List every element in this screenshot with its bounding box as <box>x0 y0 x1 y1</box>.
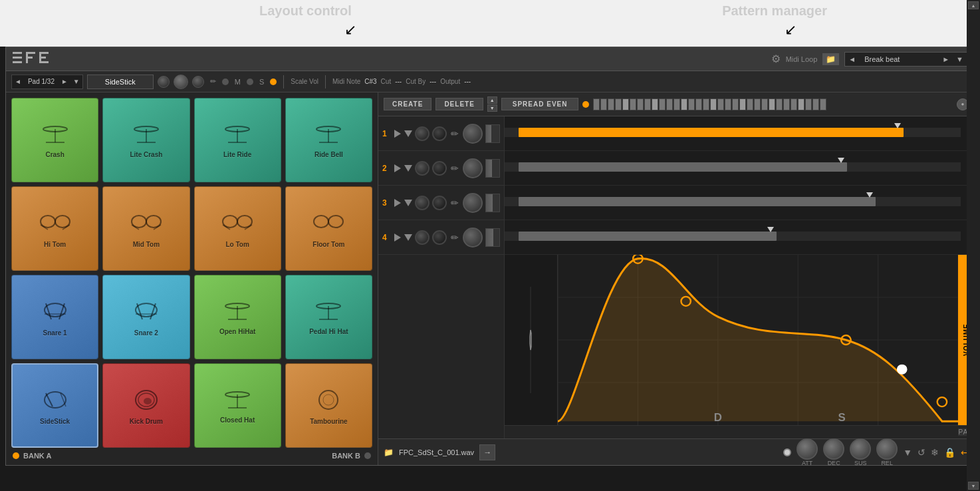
seq-step[interactable] <box>688 98 695 110</box>
channel-vol-knob-2[interactable] <box>415 161 429 176</box>
pad-snare-2[interactable]: Snare 2 <box>102 275 189 359</box>
pattern-next-button[interactable]: ► <box>939 55 953 63</box>
pattern-dropdown-button[interactable]: ▼ <box>953 55 967 63</box>
toolbar-knob-2[interactable] <box>174 75 188 89</box>
seq-step[interactable] <box>666 98 673 110</box>
channel-slider-2[interactable] <box>485 159 500 178</box>
channel-down-btn-2[interactable] <box>404 165 412 172</box>
pattern-prev-button[interactable]: ◄ <box>845 55 859 63</box>
channel-pencil-3[interactable]: ✏ <box>449 198 460 208</box>
seq-step[interactable] <box>703 98 709 110</box>
pad-crash[interactable]: Crash <box>11 98 98 182</box>
channel-knob2-2[interactable] <box>432 161 447 176</box>
seq-step[interactable] <box>608 98 614 110</box>
env-reset-button[interactable]: ↺ <box>918 447 925 458</box>
pad-prev-button[interactable]: ◄ <box>12 78 24 85</box>
channel-main-knob-4[interactable] <box>463 228 483 247</box>
create-button[interactable]: CREATE <box>384 98 431 110</box>
channel-slider-3[interactable] <box>485 194 500 212</box>
env-dropdown-button[interactable]: ▼ <box>903 447 912 458</box>
channel-tri-btn-3[interactable] <box>394 199 401 207</box>
seq-step[interactable] <box>674 98 680 110</box>
env-lock-button[interactable]: 🔒 <box>944 447 955 458</box>
channel-bar-marker-4[interactable] <box>767 227 774 232</box>
toolbar-pencil-icon[interactable]: ✏ <box>208 77 218 86</box>
seq-step[interactable] <box>710 98 717 110</box>
channel-bar-marker-1[interactable] <box>894 123 901 128</box>
seq-step[interactable] <box>761 98 768 110</box>
folder-button[interactable]: 📁 <box>822 53 839 65</box>
seq-step[interactable] <box>798 98 804 110</box>
seq-step[interactable] <box>637 98 644 110</box>
pad-ride-bell[interactable]: Ride Bell <box>285 98 372 182</box>
seq-step[interactable] <box>732 98 739 110</box>
channel-vol-knob-4[interactable] <box>415 230 429 245</box>
toolbar-knob-1[interactable] <box>158 76 170 88</box>
gear-icon[interactable]: ⚙ <box>771 53 781 65</box>
channel-down-btn-1[interactable] <box>404 130 412 137</box>
sus-knob[interactable] <box>850 438 871 460</box>
channel-slider-1[interactable] <box>485 124 500 143</box>
seq-step[interactable] <box>593 98 600 110</box>
pad-sidestick[interactable]: SideStick <box>11 363 98 448</box>
seq-step[interactable] <box>644 98 651 110</box>
pad-hi-tom[interactable]: Hi Tom <box>11 186 98 271</box>
pad-closed-hat[interactable]: Closed Hat <box>194 363 281 448</box>
seq-step[interactable] <box>630 98 636 110</box>
seq-step[interactable] <box>791 98 797 110</box>
channel-main-knob-3[interactable] <box>463 193 483 213</box>
seq-step[interactable] <box>659 98 666 110</box>
att-knob[interactable] <box>796 438 818 460</box>
channel-pencil-1[interactable]: ✏ <box>449 128 460 139</box>
toolbar-s-button[interactable]: S <box>257 77 266 86</box>
seq-down-button[interactable]: ▼ <box>487 104 497 112</box>
file-arrow-button[interactable]: → <box>479 444 495 460</box>
seq-step[interactable] <box>695 98 702 110</box>
pad-floor-tom[interactable]: Floor Tom <box>285 186 372 271</box>
pad-mid-tom[interactable]: Mid Tom <box>102 186 189 271</box>
seq-step[interactable] <box>776 98 783 110</box>
seq-step[interactable] <box>615 98 622 110</box>
channel-vol-knob-3[interactable] <box>415 196 429 210</box>
channel-bar-marker-3[interactable] <box>866 192 873 198</box>
toolbar-m-button[interactable]: M <box>233 77 243 86</box>
seq-step[interactable] <box>717 98 724 110</box>
channel-knob2-4[interactable] <box>432 230 447 245</box>
seq-step[interactable] <box>783 98 790 110</box>
spread-even-button[interactable]: SPREAD EVEN <box>501 98 579 110</box>
pad-lo-tom[interactable]: Lo Tom <box>194 186 281 271</box>
seq-step[interactable] <box>812 98 819 110</box>
channel-tri-btn-2[interactable] <box>394 164 401 172</box>
seq-step[interactable] <box>739 98 746 110</box>
channel-bar-marker-2[interactable] <box>838 158 844 163</box>
seq-step[interactable] <box>769 98 775 110</box>
dec-knob[interactable] <box>823 438 844 460</box>
pad-snare-1[interactable]: Snare 1 <box>11 275 98 359</box>
rel-knob[interactable] <box>876 438 898 460</box>
pad-pedal-hi-hat[interactable]: Pedal Hi Hat <box>285 275 372 359</box>
pad-lite-ride[interactable]: Lite Ride <box>194 98 281 182</box>
channel-tri-btn-1[interactable] <box>394 130 401 138</box>
seq-step[interactable] <box>681 98 687 110</box>
pad-lite-crash[interactable]: Lite Crash <box>102 98 189 182</box>
pad-dropdown-button[interactable]: ▼ <box>70 78 82 85</box>
env-snowflake-button[interactable]: ❄ <box>931 447 939 458</box>
channel-main-knob-1[interactable] <box>463 124 483 144</box>
file-folder-icon[interactable]: 📁 <box>384 448 394 457</box>
seq-step[interactable] <box>747 98 753 110</box>
pad-next-button[interactable]: ► <box>59 78 70 85</box>
channel-pencil-2[interactable]: ✏ <box>449 163 460 174</box>
seq-step[interactable] <box>754 98 761 110</box>
channel-slider-4[interactable] <box>485 228 500 247</box>
channel-knob2-3[interactable] <box>432 196 447 210</box>
pad-kick-drum[interactable]: Kick Drum <box>102 363 189 448</box>
pad-open-hihat[interactable]: Open HiHat <box>194 275 281 359</box>
channel-tri-btn-4[interactable] <box>394 234 401 242</box>
channel-down-btn-3[interactable] <box>404 200 412 206</box>
channel-down-btn-4[interactable] <box>404 234 412 241</box>
seq-step[interactable] <box>652 98 658 110</box>
channel-pencil-4[interactable]: ✏ <box>449 232 460 243</box>
env-radio-button[interactable] <box>783 448 791 456</box>
channel-vol-knob-1[interactable] <box>415 126 429 141</box>
seq-step[interactable] <box>805 98 812 110</box>
